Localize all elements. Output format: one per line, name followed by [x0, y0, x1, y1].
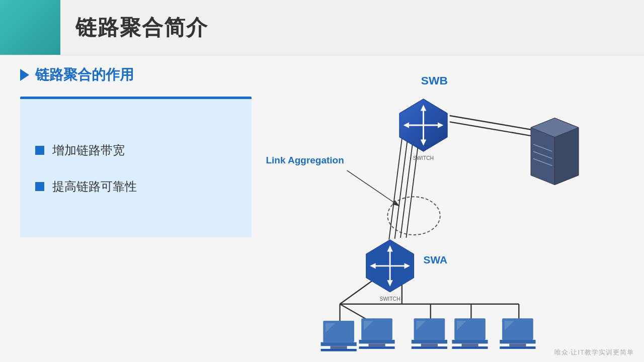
svg-rect-31: [359, 346, 394, 349]
content-box: 增加链路带宽 提高链路可靠性: [20, 97, 252, 237]
pc-icon-5: [500, 318, 535, 349]
svg-text:SWITCH: SWITCH: [413, 155, 434, 161]
swb-switch-icon: SWITCH: [399, 99, 447, 161]
section-title-text: 链路聚合的作用: [35, 65, 134, 84]
network-diagram: SWB Server Link Aggregation: [252, 65, 624, 352]
svg-rect-45: [509, 343, 526, 346]
bullet-item-1: 增加链路带宽: [35, 142, 236, 158]
svg-rect-35: [421, 343, 438, 346]
svg-rect-46: [500, 346, 535, 349]
svg-rect-30: [368, 343, 385, 346]
header-accent-bar: [0, 0, 60, 55]
watermark: 唯众·让IT教学实训更简单: [554, 348, 634, 357]
swb-server-line: [450, 116, 533, 130]
svg-rect-40: [461, 343, 478, 346]
swb-label: SWB: [421, 74, 448, 87]
bullet-item-2: 提高链路可靠性: [35, 178, 236, 195]
agg-line-1: [389, 128, 403, 240]
svg-rect-39: [452, 340, 488, 344]
main-content: 链路聚合的作用 增加链路带宽 提高链路可靠性 SWB Server Link A…: [0, 55, 644, 362]
section-title: 链路聚合的作用: [20, 65, 252, 84]
aggregation-indicator: [387, 197, 440, 235]
svg-rect-25: [331, 346, 347, 349]
pc-icon-4: [452, 318, 488, 349]
svg-rect-41: [452, 346, 488, 349]
link-aggregation-arrow: [347, 170, 399, 206]
triangle-icon: [20, 69, 29, 81]
pc-icon-2: [359, 318, 394, 349]
svg-rect-26: [321, 349, 357, 351]
bullet-text-1: 增加链路带宽: [52, 142, 125, 158]
svg-rect-36: [412, 346, 447, 349]
bullet-square-1: [35, 146, 44, 155]
svg-rect-44: [500, 340, 535, 344]
bullet-text-2: 提高链路可靠性: [52, 178, 137, 195]
swa-label: SWA: [424, 254, 448, 265]
server-icon: [531, 118, 579, 185]
agg-line-2: [395, 127, 409, 239]
swb-server-line2: [450, 122, 533, 136]
svg-rect-34: [412, 340, 447, 344]
swa-switch-icon: SWITCH: [366, 240, 414, 302]
page-title: 链路聚合简介: [75, 14, 208, 42]
watermark-text: 唯众·让IT教学实训更简单: [554, 348, 634, 356]
right-panel: SWB Server Link Aggregation: [252, 65, 624, 352]
pc-icon-1: [321, 321, 357, 351]
link-aggregation-label: Link Aggregation: [266, 155, 344, 165]
svg-text:SWITCH: SWITCH: [380, 296, 400, 302]
svg-rect-29: [359, 340, 394, 344]
bullet-square-2: [35, 182, 44, 191]
header: 链路聚合简介: [0, 0, 644, 55]
left-panel: 链路聚合的作用 增加链路带宽 提高链路可靠性: [20, 65, 252, 352]
svg-rect-24: [321, 342, 357, 346]
header-title-area: 链路聚合简介: [60, 0, 644, 55]
pc-icon-3: [412, 318, 447, 349]
